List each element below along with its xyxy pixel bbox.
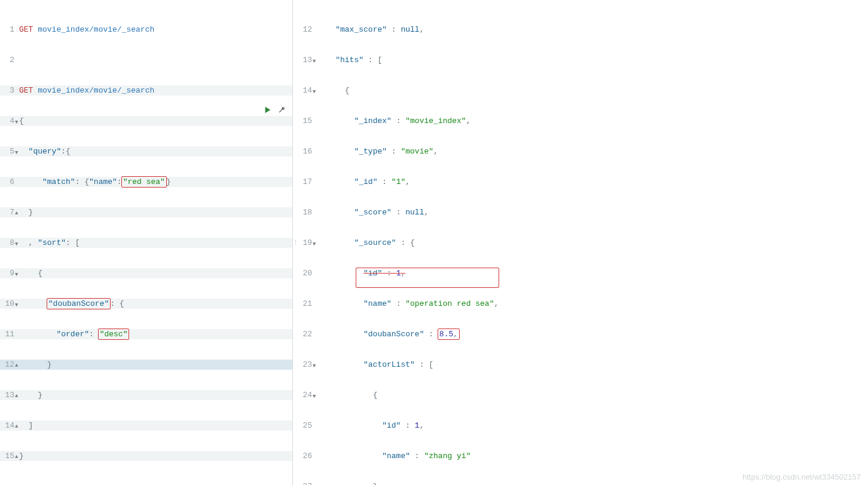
json-value: 8.5 [439,330,453,339]
line-number: 6 [0,177,19,187]
request-url: movie_index/movie/_search [38,86,154,95]
json-value: "movie_index" [405,116,466,125]
line-number: 18 [298,207,317,217]
json-value: "red sea" [123,177,165,186]
line-number: 1 [0,24,19,35]
fold-icon[interactable]: ▲ [15,391,18,401]
json-key: "query" [29,147,62,156]
json-value: "operation red sea" [405,299,494,308]
line-number: 17 [298,177,317,187]
http-method: GET [19,25,33,34]
fold-icon[interactable]: ▼ [313,392,316,402]
json-key: "doubanScore" [363,330,424,339]
line-number: 16 [298,146,317,156]
fold-icon[interactable]: ▼ [15,300,18,311]
fold-icon[interactable]: ▼ [15,148,18,158]
json-value: "zhang yi" [424,452,470,461]
line-number: 3 [0,85,19,96]
json-key: "_source" [354,238,396,247]
fold-icon[interactable]: ▲ [15,361,18,371]
fold-icon[interactable]: ▲ [15,452,18,462]
highlight-box [356,268,499,288]
json-value: null [405,208,424,217]
json-key: "max_score" [335,25,387,34]
line-number: 26 [298,451,317,461]
line-number: 21 [298,299,317,309]
highlight-box: "red sea" [121,176,167,188]
fold-icon[interactable]: ▲ [15,422,18,432]
response-panel: 12 "max_score" : null, 13▼ "hits" : [ 14… [298,0,868,485]
line-number: 11 [0,329,19,339]
json-key: "sort" [38,238,66,247]
json-value: "movie" [401,147,433,156]
line-number: 20 [298,268,317,278]
line-number: 22 [298,329,317,339]
fold-icon[interactable]: ▼ [15,240,18,250]
line-number: 2 [0,55,19,65]
line-number: 12 [298,24,317,35]
json-key: "actorList" [363,360,415,369]
fold-icon[interactable]: ▲ [15,208,18,219]
fold-icon[interactable]: ▲ [313,483,316,485]
line-number: 25 [298,420,317,431]
json-key: "_type" [354,147,387,156]
fold-icon[interactable]: ▼ [313,361,316,372]
json-key: "hits" [335,56,363,65]
response-code[interactable]: 12 "max_score" : null, 13▼ "hits" : [ 14… [298,4,868,485]
request-url: movie_index/movie/_search [38,25,154,34]
fold-icon[interactable]: ▼ [15,118,18,128]
request-code[interactable]: 1GET movie_index/movie/_search 2 3GET mo… [0,4,292,485]
fold-icon[interactable]: ▼ [313,57,316,67]
json-key: "name" [382,452,410,461]
json-key: "_id" [354,177,377,186]
json-key: "match" [42,177,75,186]
json-value: 1 [415,421,420,430]
line-number: 15 [298,116,317,126]
fold-icon[interactable]: ▼ [313,240,316,250]
json-key: "name" [363,299,392,308]
json-key: "id" [382,421,401,430]
watermark: https://blog.csdn.net/wt334502157 [742,472,861,481]
highlight-box: "desc" [98,329,130,340]
fold-icon[interactable]: ▼ [313,87,316,97]
http-method: GET [19,86,33,95]
json-key: "doubanScore" [48,299,109,308]
fold-icon[interactable]: ▼ [15,270,18,280]
highlight-box: "doubanScore" [47,298,111,309]
request-editor-panel: 1GET movie_index/movie/_search 2 3GET mo… [0,0,293,485]
json-key: "name" [89,177,117,186]
highlight-box: 8.5, [438,329,460,340]
json-key: "_score" [354,208,391,217]
json-value: "1" [392,177,405,186]
panel-resize-handle[interactable]: ⋮ [293,0,298,485]
json-key: "_index" [354,116,391,125]
json-key: "order" [56,330,89,339]
json-value: "desc" [100,330,128,339]
json-value: null [401,25,419,34]
